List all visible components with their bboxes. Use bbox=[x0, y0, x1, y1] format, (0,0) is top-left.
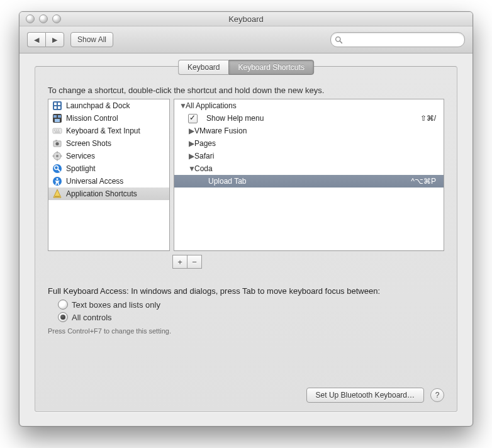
tree-label: Upload Tab bbox=[208, 177, 247, 186]
svg-point-29 bbox=[57, 178, 59, 180]
category-services[interactable]: Services bbox=[48, 150, 169, 162]
category-label: Universal Access bbox=[66, 177, 123, 186]
category-mission-control[interactable]: Mission Control bbox=[48, 112, 169, 125]
category-label: Mission Control bbox=[66, 114, 118, 123]
category-screen-shots[interactable]: Screen Shots bbox=[48, 137, 169, 150]
svg-point-17 bbox=[55, 142, 59, 145]
svg-rect-15 bbox=[55, 132, 60, 133]
category-spotlight[interactable]: Spotlight bbox=[48, 162, 169, 175]
universal-access-icon bbox=[52, 176, 62, 186]
full-keyboard-access-heading: Full Keyboard Access: In windows and dia… bbox=[48, 286, 444, 296]
disclosure-down-icon: ▼ bbox=[179, 101, 186, 110]
disclosure-down-icon: ▼ bbox=[188, 164, 194, 173]
shortcuts-panel: Keyboard Keyboard Shortcuts To change a … bbox=[35, 66, 457, 412]
svg-rect-10 bbox=[55, 119, 60, 122]
minimize-icon[interactable] bbox=[39, 14, 48, 23]
application-shortcuts-icon bbox=[52, 189, 62, 199]
category-label: Spotlight bbox=[66, 164, 96, 173]
tree-show-help-menu[interactable]: ✓ Show Help menu ⇧⌘/ bbox=[174, 112, 444, 125]
tab-bar: Keyboard Keyboard Shortcuts bbox=[178, 60, 314, 75]
radio-label: Text boxes and lists only bbox=[72, 300, 160, 310]
show-all-button[interactable]: Show All bbox=[70, 32, 113, 47]
svg-rect-13 bbox=[56, 130, 57, 131]
bluetooth-keyboard-button[interactable]: Set Up Bluetooth Keyboard… bbox=[306, 388, 424, 403]
shortcuts-tree[interactable]: ▼ All Applications ✓ Show Help menu ⇧⌘/ … bbox=[174, 99, 444, 251]
category-label: Screen Shots bbox=[66, 139, 111, 148]
fka-option-text-boxes[interactable]: Text boxes and lists only bbox=[58, 300, 444, 310]
disclosure-right-icon: ▶ bbox=[188, 152, 194, 160]
keyboard-icon bbox=[52, 126, 62, 136]
help-button[interactable]: ? bbox=[430, 388, 444, 402]
disclosure-right-icon: ▶ bbox=[188, 126, 194, 135]
svg-rect-3 bbox=[54, 103, 57, 105]
tree-safari[interactable]: ▶ Safari bbox=[174, 150, 444, 162]
tree-label: All Applications bbox=[186, 101, 237, 110]
tree-label: Coda bbox=[194, 164, 213, 173]
tree-all-applications[interactable]: ▼ All Applications bbox=[174, 99, 444, 112]
back-button[interactable]: ◀ bbox=[27, 32, 45, 47]
history-nav: ◀ ▶ bbox=[27, 32, 64, 47]
svg-rect-22 bbox=[57, 159, 58, 161]
tab-keyboard-shortcuts[interactable]: Keyboard Shortcuts bbox=[228, 60, 313, 75]
search-icon bbox=[335, 36, 343, 44]
svg-line-1 bbox=[340, 41, 342, 43]
svg-rect-5 bbox=[54, 106, 57, 109]
category-keyboard-text-input[interactable]: Keyboard & Text Input bbox=[48, 125, 169, 137]
spotlight-icon bbox=[52, 164, 62, 174]
category-universal-access[interactable]: Universal Access bbox=[48, 175, 169, 188]
tab-keyboard[interactable]: Keyboard bbox=[178, 60, 228, 75]
svg-rect-14 bbox=[58, 130, 59, 131]
mission-control-icon bbox=[52, 113, 62, 123]
launchpad-icon bbox=[52, 101, 62, 111]
traffic-lights bbox=[26, 14, 61, 23]
category-list[interactable]: Launchpad & Dock Mission Control Keyboar… bbox=[48, 99, 170, 251]
screenshots-icon bbox=[52, 138, 62, 148]
shortcut-keys: ^⌥⌘P bbox=[411, 177, 439, 186]
search-field[interactable] bbox=[330, 32, 465, 47]
tree-label: Show Help menu bbox=[206, 114, 264, 123]
instructions-text: To change a shortcut, double-click the s… bbox=[48, 86, 444, 95]
radio-label: All controls bbox=[72, 313, 112, 322]
svg-rect-11 bbox=[53, 128, 62, 133]
forward-button[interactable]: ▶ bbox=[45, 32, 64, 47]
checkbox-checked-icon[interactable]: ✓ bbox=[188, 114, 198, 123]
svg-rect-24 bbox=[60, 155, 62, 157]
svg-rect-12 bbox=[54, 130, 55, 131]
services-icon bbox=[52, 151, 62, 161]
remove-button[interactable]: − bbox=[187, 255, 202, 269]
svg-rect-6 bbox=[58, 106, 60, 109]
tree-pages[interactable]: ▶ Pages bbox=[174, 137, 444, 150]
tree-label: Safari bbox=[194, 152, 214, 160]
add-button[interactable]: + bbox=[172, 255, 187, 269]
category-application-shortcuts[interactable]: Application Shortcuts bbox=[48, 188, 169, 200]
search-input[interactable] bbox=[345, 35, 461, 45]
tree-label: VMware Fusion bbox=[194, 126, 247, 135]
titlebar: Keyboard bbox=[20, 12, 472, 26]
tree-coda[interactable]: ▼ Coda bbox=[174, 162, 444, 175]
svg-rect-18 bbox=[55, 140, 57, 142]
svg-rect-23 bbox=[53, 155, 55, 157]
category-label: Application Shortcuts bbox=[66, 189, 137, 198]
category-label: Keyboard & Text Input bbox=[66, 126, 140, 135]
window-title: Keyboard bbox=[20, 14, 472, 24]
close-icon[interactable] bbox=[26, 14, 35, 23]
tree-label: Pages bbox=[194, 139, 216, 148]
radio-icon[interactable] bbox=[58, 300, 68, 310]
category-launchpad-dock[interactable]: Launchpad & Dock bbox=[48, 99, 169, 112]
fka-option-all-controls[interactable]: All controls bbox=[58, 312, 444, 322]
tree-upload-tab[interactable]: Upload Tab ^⌥⌘P bbox=[174, 175, 444, 188]
fka-hint: Press Control+F7 to change this setting. bbox=[48, 327, 444, 335]
zoom-icon[interactable] bbox=[52, 14, 61, 23]
svg-rect-30 bbox=[55, 196, 60, 198]
preferences-window: Keyboard ◀ ▶ Show All Keyboard Keyboard … bbox=[19, 11, 473, 427]
svg-rect-4 bbox=[58, 103, 60, 105]
category-label: Launchpad & Dock bbox=[66, 101, 130, 110]
panel-footer: Set Up Bluetooth Keyboard… ? bbox=[48, 380, 444, 403]
add-remove-buttons: + − bbox=[172, 255, 444, 269]
tree-vmware-fusion[interactable]: ▶ VMware Fusion bbox=[174, 125, 444, 137]
svg-point-20 bbox=[56, 155, 59, 157]
toolbar: ◀ ▶ Show All bbox=[20, 26, 472, 53]
category-label: Services bbox=[66, 152, 95, 160]
radio-selected-icon[interactable] bbox=[58, 312, 68, 322]
disclosure-right-icon: ▶ bbox=[188, 139, 194, 148]
